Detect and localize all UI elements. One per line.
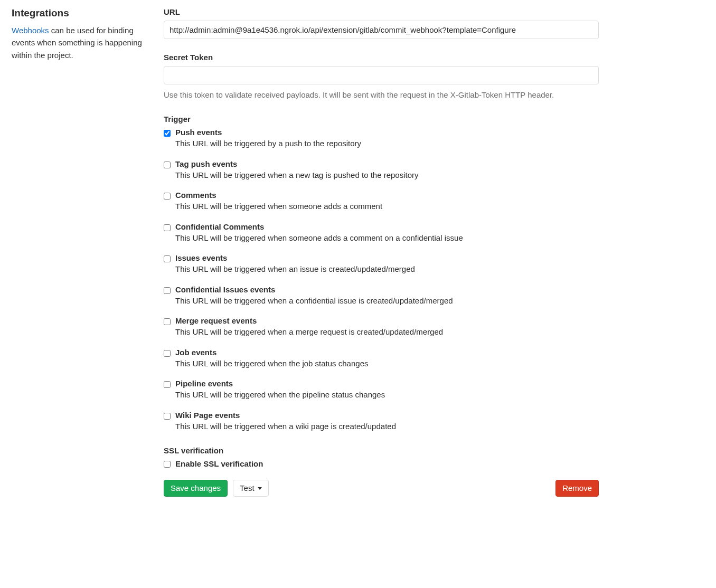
ssl-heading: SSL verification (164, 446, 599, 455)
trigger-title: Wiki Page events (175, 411, 599, 420)
trigger-item: Push eventsThis URL will be triggered by… (164, 128, 599, 150)
trigger-item: Issues eventsThis URL will be triggered … (164, 253, 599, 276)
trigger-title: Merge request events (175, 316, 599, 325)
trigger-checkbox[interactable] (164, 381, 171, 388)
trigger-checkbox[interactable] (164, 224, 171, 231)
trigger-checkbox[interactable] (164, 130, 171, 137)
ssl-verification-row: Enable SSL verification (164, 459, 599, 468)
trigger-description: This URL will be triggered when an issue… (175, 263, 599, 276)
trigger-title: Comments (175, 191, 599, 200)
secret-token-help: Use this token to validate received payl… (164, 89, 599, 101)
trigger-description: This URL will be triggered by a push to … (175, 138, 599, 150)
trigger-heading: Trigger (164, 115, 599, 124)
trigger-description: This URL will be triggered when the pipe… (175, 389, 599, 401)
trigger-title: Tag push events (175, 159, 599, 168)
trigger-description: This URL will be triggered when a confid… (175, 295, 599, 307)
trigger-title: Confidential Issues events (175, 285, 599, 294)
button-row: Save changes Test Remove (164, 480, 599, 497)
trigger-checkbox[interactable] (164, 413, 171, 420)
trigger-item: Merge request eventsThis URL will be tri… (164, 316, 599, 338)
chevron-down-icon (258, 487, 262, 490)
trigger-item: Job eventsThis URL will be triggered whe… (164, 348, 599, 370)
sidebar-heading: Integrations (12, 7, 143, 19)
trigger-item: Confidential Issues eventsThis URL will … (164, 285, 599, 307)
trigger-description: This URL will be triggered when someone … (175, 201, 599, 213)
trigger-checkbox[interactable] (164, 255, 171, 262)
test-button-label: Test (240, 483, 255, 493)
trigger-checkbox[interactable] (164, 193, 171, 200)
trigger-item: Wiki Page eventsThis URL will be trigger… (164, 411, 599, 433)
trigger-item: Tag push eventsThis URL will be triggere… (164, 159, 599, 182)
url-input[interactable] (164, 21, 599, 39)
trigger-checkbox[interactable] (164, 318, 171, 325)
webhooks-link[interactable]: Webhooks (12, 26, 49, 35)
sidebar: Integrations Webhooks can be used for bi… (12, 7, 143, 61)
main-form: URL Secret Token Use this token to valid… (164, 7, 599, 497)
trigger-description: This URL will be triggered when a merge … (175, 326, 599, 338)
trigger-item: Pipeline eventsThis URL will be triggere… (164, 379, 599, 401)
trigger-description: This URL will be triggered when a new ta… (175, 169, 599, 182)
trigger-title: Pipeline events (175, 379, 599, 388)
trigger-title: Confidential Comments (175, 222, 599, 231)
trigger-title: Push events (175, 128, 599, 137)
trigger-item: Confidential CommentsThis URL will be tr… (164, 222, 599, 244)
trigger-checkbox[interactable] (164, 350, 171, 357)
trigger-checkbox[interactable] (164, 162, 171, 168)
trigger-description: This URL will be triggered when the job … (175, 358, 599, 370)
sidebar-description: Webhooks can be used for binding events … (12, 24, 143, 61)
trigger-list: Push eventsThis URL will be triggered by… (164, 128, 599, 432)
secret-token-input[interactable] (164, 66, 599, 84)
trigger-checkbox[interactable] (164, 287, 171, 294)
trigger-item: CommentsThis URL will be triggered when … (164, 191, 599, 213)
trigger-title: Job events (175, 348, 599, 357)
trigger-description: This URL will be triggered when someone … (175, 232, 599, 244)
save-button[interactable]: Save changes (164, 480, 228, 497)
trigger-title: Issues events (175, 253, 599, 262)
remove-button[interactable]: Remove (555, 480, 599, 497)
ssl-verification-label: Enable SSL verification (175, 459, 263, 468)
ssl-verification-checkbox[interactable] (164, 461, 171, 468)
trigger-description: This URL will be triggered when a wiki p… (175, 421, 599, 433)
secret-token-label: Secret Token (164, 53, 599, 62)
url-label: URL (164, 7, 599, 16)
test-dropdown-button[interactable]: Test (233, 480, 269, 497)
